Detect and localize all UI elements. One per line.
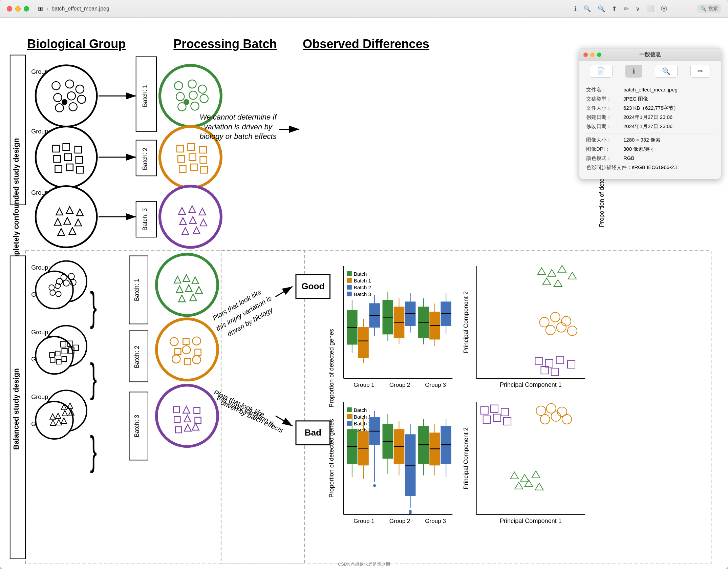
info-row-dpi: 图像DPI： 300 像素/英寸 bbox=[586, 146, 714, 152]
titlebar: ⊞ › batch_effect_mean.jpeg ℹ 🔍 🔍 ⬆ ✏ ∨ ⬜… bbox=[0, 0, 728, 18]
info-label-filesize: 文件大小： bbox=[586, 105, 623, 111]
svg-text:Batch: 1: Batch: 1 bbox=[142, 85, 148, 107]
svg-text:Batch: 2: Batch: 2 bbox=[133, 346, 140, 368]
svg-text:Group 2: Group 2 bbox=[389, 518, 410, 524]
svg-text:Batch 3: Batch 3 bbox=[354, 291, 371, 297]
svg-point-123 bbox=[156, 319, 218, 380]
svg-marker-212 bbox=[568, 272, 576, 279]
search-label: 搜索 bbox=[708, 6, 718, 12]
svg-rect-220 bbox=[535, 357, 542, 365]
svg-marker-299 bbox=[535, 483, 543, 490]
svg-marker-211 bbox=[558, 266, 566, 272]
svg-text:Batch 2: Batch 2 bbox=[354, 421, 371, 426]
info-value-dpi: 300 像素/英寸 bbox=[623, 146, 655, 152]
svg-marker-210 bbox=[543, 278, 551, 285]
window-icon[interactable]: ⬜ bbox=[647, 5, 654, 13]
info-row-filetype: 文稿类型： JPEG 图像 bbox=[586, 96, 714, 102]
minimize-button[interactable] bbox=[15, 6, 21, 12]
annotate-icon[interactable]: ✏ bbox=[624, 5, 629, 13]
svg-text:}: } bbox=[90, 284, 97, 329]
batch3-circle-conf bbox=[160, 186, 221, 247]
svg-point-112 bbox=[156, 254, 218, 315]
share-icon[interactable]: ⬆ bbox=[612, 5, 617, 13]
svg-line-147 bbox=[276, 287, 293, 297]
svg-point-286 bbox=[551, 412, 561, 421]
more-icon[interactable]: ∨ bbox=[636, 5, 640, 13]
svg-rect-222 bbox=[556, 356, 564, 364]
info-close-button[interactable] bbox=[583, 52, 588, 57]
zoom-in-icon[interactable]: 🔍 bbox=[598, 5, 605, 13]
sidebar-toggle-icon[interactable]: ⊞ bbox=[38, 5, 43, 13]
svg-point-217 bbox=[546, 325, 555, 335]
info-value-filesize: 623 KB（622,778字节） bbox=[623, 105, 679, 111]
svg-point-219 bbox=[568, 326, 577, 335]
group1-circle-conf bbox=[36, 65, 97, 127]
svg-point-287 bbox=[562, 415, 572, 424]
zoom-out-icon[interactable]: 🔍 bbox=[583, 5, 591, 13]
info-value-filename: batch_effect_mean.jpeg bbox=[623, 87, 678, 93]
toolbar-tools: ℹ 🔍 🔍 ⬆ ✏ ∨ ⬜ Ⓐ bbox=[574, 5, 667, 13]
info-zoom-button[interactable] bbox=[597, 52, 601, 57]
close-button[interactable] bbox=[7, 6, 12, 12]
biological-group-header: Biological Group bbox=[27, 37, 126, 51]
group2-circle-conf bbox=[36, 127, 97, 188]
info-body: 文件名： batch_effect_mean.jpeg 文稿类型： JPEG 图… bbox=[579, 81, 721, 179]
info-row-colorprofile: 色彩同步描述文件： sRGB IEC61966-2.1 bbox=[586, 164, 714, 171]
svg-text:Batch: 1: Batch: 1 bbox=[133, 279, 140, 301]
info-panel-tabs: 📄 ℹ 🔍 ✏ bbox=[579, 61, 721, 81]
svg-text:Principal Component 1: Principal Component 1 bbox=[500, 518, 562, 524]
info-row-modified: 修改日期： 2024年1月27日 23:06 bbox=[586, 123, 714, 130]
info-tab-search[interactable]: 🔍 bbox=[655, 65, 678, 78]
svg-point-214 bbox=[540, 317, 549, 327]
info-tab-info[interactable]: ℹ bbox=[625, 65, 642, 78]
fullscreen-button[interactable] bbox=[24, 6, 29, 12]
svg-point-40 bbox=[184, 99, 189, 105]
info-label-dpi: 图像DPI： bbox=[586, 146, 623, 152]
traffic-lights bbox=[7, 6, 29, 12]
info-tab-edit[interactable]: ✏ bbox=[690, 65, 710, 78]
svg-text:Group 2: Group 2 bbox=[389, 382, 410, 388]
group3-circle-conf bbox=[36, 186, 97, 247]
svg-point-70 bbox=[36, 271, 73, 309]
info-icon[interactable]: ℹ bbox=[574, 5, 577, 13]
info-panel: 一般信息 📄 ℹ 🔍 ✏ 文件名： batch_effect_mean.jpeg… bbox=[579, 48, 721, 179]
info-value-colormode: RGB bbox=[623, 155, 635, 162]
search-box[interactable]: 🔍 搜索 bbox=[697, 4, 721, 13]
main-content: Biological Group Processing Batch Observ… bbox=[0, 18, 728, 569]
svg-text:Batch 2: Batch 2 bbox=[354, 284, 371, 290]
svg-text:variation is driven by: variation is driven by bbox=[204, 123, 273, 131]
svg-rect-291 bbox=[483, 416, 491, 423]
svg-point-263 bbox=[409, 511, 412, 514]
info-value-colorprofile: sRGB IEC61966-2.1 bbox=[632, 164, 678, 171]
good-label: Good bbox=[301, 281, 324, 291]
info-label-filename: 文件名： bbox=[586, 87, 623, 93]
svg-rect-160 bbox=[347, 271, 352, 276]
processing-batch-header: Processing Batch bbox=[173, 37, 277, 51]
svg-text:Group 3: Group 3 bbox=[425, 518, 446, 524]
svg-rect-167 bbox=[347, 292, 352, 296]
info-row-filename: 文件名： batch_effect_mean.jpeg bbox=[586, 87, 714, 93]
info-value-imgsize: 1280 × 932 像素 bbox=[623, 137, 661, 143]
svg-text:}: } bbox=[90, 355, 97, 401]
observed-differences-header: Observed Differences bbox=[303, 37, 429, 51]
svg-text:Batch: 2: Batch: 2 bbox=[142, 148, 148, 170]
svg-text:Batch: Batch bbox=[354, 271, 367, 277]
info-tab-document[interactable]: 📄 bbox=[590, 65, 613, 78]
svg-rect-289 bbox=[491, 405, 498, 413]
svg-text:Batch: 3: Batch: 3 bbox=[133, 415, 140, 437]
svg-point-218 bbox=[557, 322, 566, 332]
svg-point-285 bbox=[540, 415, 550, 424]
info-panel-titlebar: 一般信息 bbox=[579, 48, 721, 61]
svg-rect-224 bbox=[541, 366, 549, 374]
svg-rect-288 bbox=[481, 407, 488, 414]
svg-text:Batch 1: Batch 1 bbox=[354, 414, 371, 420]
amark-icon[interactable]: Ⓐ bbox=[661, 5, 667, 13]
balanced-label: Balanced study design bbox=[12, 368, 20, 450]
svg-point-282 bbox=[536, 406, 545, 416]
svg-text:Group 1: Group 1 bbox=[354, 382, 374, 388]
info-label-created: 创建日期： bbox=[586, 114, 623, 121]
filename-label: batch_effect_mean.jpeg bbox=[51, 6, 109, 12]
svg-text:Proportion of detected genes: Proportion of detected genes bbox=[328, 419, 335, 498]
info-minimize-button[interactable] bbox=[590, 52, 595, 57]
watermark: CSDN@超越水远是坏冰期 bbox=[338, 561, 390, 567]
